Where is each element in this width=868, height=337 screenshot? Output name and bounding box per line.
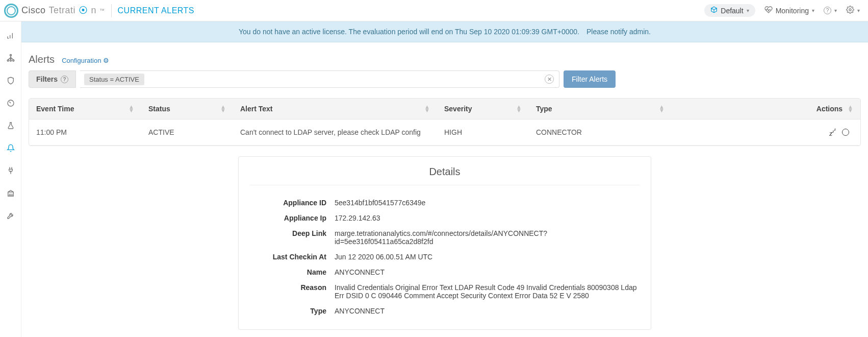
- svg-point-1: [10, 55, 11, 56]
- lbl-last-checkin: Last Checkin At: [250, 253, 326, 261]
- caret-down-icon: ▾: [857, 8, 860, 13]
- details-panel: Details Appliance ID 5ee314bf1bf0541577c…: [238, 156, 651, 330]
- sidenav: [0, 21, 21, 337]
- nav-connectors[interactable]: [6, 165, 16, 176]
- gear-icon: [846, 6, 854, 15]
- swirl-icon: [4, 4, 18, 18]
- sort-icon: ▲▼: [424, 105, 430, 112]
- page-title: CURRENT ALERTS: [118, 6, 194, 15]
- col-type[interactable]: Type▲▼: [529, 99, 672, 119]
- shell: You do not have an active license. The e…: [0, 21, 868, 337]
- col-label: Actions: [816, 105, 843, 113]
- details-list: Appliance ID 5ee314bf1bf0541577c6349e Ap…: [250, 199, 640, 315]
- brand-tm: ™: [99, 8, 105, 13]
- caret-down-icon: ▾: [747, 8, 749, 13]
- col-alert-text[interactable]: Alert Text▲▼: [233, 99, 437, 119]
- monitoring-label: Monitoring: [776, 7, 809, 15]
- heartbeat-icon: [764, 6, 773, 15]
- help-icon[interactable]: ?: [61, 76, 68, 83]
- val-appliance-id: 5ee314bf1bf0541577c6349e: [335, 199, 640, 207]
- license-banner: You do not have an active license. The e…: [21, 21, 868, 42]
- svg-point-2: [7, 60, 9, 61]
- lbl-name: Name: [250, 268, 326, 276]
- nav-inventory[interactable]: [6, 188, 16, 198]
- topbar: CiscoTetrati⦿n™ CURRENT ALERTS Default ▾…: [0, 0, 868, 21]
- nav-alerts[interactable]: [6, 143, 16, 153]
- col-severity[interactable]: Severity▲▼: [437, 99, 529, 119]
- exclude-icon[interactable]: [842, 129, 849, 136]
- sort-icon: ▲▼: [129, 105, 134, 112]
- col-label: Type: [536, 105, 552, 113]
- lbl-appliance-ip: Appliance Ip: [250, 214, 326, 222]
- val-reason: Invalid Credentials Original Error Text …: [335, 283, 640, 300]
- nav-dashboard[interactable]: [6, 31, 16, 41]
- val-appliance-ip: 172.29.142.63: [335, 214, 640, 222]
- page-head: Alerts Configuration ⚙: [21, 42, 868, 70]
- brand-dot-icon: ⦿: [79, 5, 88, 16]
- val-name: ANYCONNECT: [335, 268, 640, 276]
- sort-icon: ▲▼: [220, 105, 226, 112]
- settings-menu[interactable]: ▾: [846, 6, 860, 15]
- cell-severity: HIGH: [437, 121, 529, 143]
- nav-performance[interactable]: [6, 98, 16, 108]
- caret-down-icon: ▾: [812, 8, 814, 13]
- val-last-checkin: Jun 12 2020 06.00.51 AM UTC: [335, 253, 640, 261]
- table-row[interactable]: 11:00 PM ACTIVE Can't connect to LDAP se…: [29, 119, 860, 146]
- filters-row: Filters ? Status = ACTIVE ✕ Filter Alert…: [21, 70, 868, 93]
- sort-icon: ▲▼: [848, 105, 853, 112]
- topbar-left: CiscoTetrati⦿n™ CURRENT ALERTS: [4, 4, 194, 18]
- nav-topology[interactable]: [6, 53, 16, 63]
- filter-chip-status[interactable]: Status = ACTIVE: [84, 74, 144, 85]
- lbl-reason: Reason: [250, 283, 326, 300]
- nav-lab[interactable]: [6, 121, 16, 131]
- license-notify: Please notify admin.: [586, 28, 651, 36]
- cell-alert-text: Can't connect to LDAP server, please che…: [233, 121, 437, 143]
- scope-label: Default: [721, 7, 743, 15]
- help-menu[interactable]: ? ▾: [824, 7, 837, 14]
- val-deep-link: marge.tetrationanalytics.com/#/connector…: [335, 229, 640, 246]
- table-header: Event Time▲▼ Status▲▼ Alert Text▲▼ Sever…: [29, 99, 860, 119]
- filter-alerts-button[interactable]: Filter Alerts: [564, 70, 616, 88]
- topbar-right: Default ▾ Monitoring ▾ ? ▾ ▾: [704, 4, 860, 17]
- license-text: You do not have an active license. The e…: [239, 28, 579, 36]
- configuration-link[interactable]: Configuration ⚙: [62, 57, 109, 64]
- brand-text-3: n: [91, 5, 97, 16]
- separator: [111, 4, 112, 17]
- filters-text: Filters: [36, 75, 58, 83]
- snooze-icon[interactable]: zzz: [829, 127, 836, 138]
- col-label: Severity: [444, 105, 472, 113]
- col-status[interactable]: Status▲▼: [141, 99, 233, 119]
- col-label: Alert Text: [240, 105, 273, 113]
- filters-input[interactable]: Status = ACTIVE ✕: [80, 70, 559, 88]
- gear-small-icon: ⚙: [103, 57, 109, 64]
- svg-point-3: [10, 60, 11, 61]
- cube-icon: [710, 6, 718, 15]
- configuration-label: Configuration: [62, 57, 101, 64]
- val-type: ANYCONNECT: [335, 307, 640, 315]
- monitoring-menu[interactable]: Monitoring ▾: [764, 6, 814, 15]
- scope-selector[interactable]: Default ▾: [704, 4, 755, 17]
- col-actions: Actions▲▼: [672, 99, 860, 119]
- alerts-table: Event Time▲▼ Status▲▼ Alert Text▲▼ Sever…: [29, 98, 861, 146]
- lbl-type: Type: [250, 307, 326, 315]
- col-label: Event Time: [36, 105, 74, 113]
- sort-icon: ▲▼: [659, 105, 665, 112]
- filters-label: Filters ?: [29, 70, 76, 88]
- svg-point-4: [12, 60, 14, 61]
- lbl-deep-link: Deep Link: [250, 229, 326, 246]
- brand-logo[interactable]: CiscoTetrati⦿n™: [4, 4, 105, 18]
- brand-text-2: Tetrati: [49, 5, 76, 16]
- sort-icon: ▲▼: [516, 105, 522, 112]
- details-title: Details: [250, 166, 640, 185]
- svg-point-0: [849, 9, 851, 11]
- col-event-time[interactable]: Event Time▲▼: [29, 99, 141, 119]
- col-label: Status: [148, 105, 170, 113]
- nav-maintenance[interactable]: [6, 210, 16, 221]
- help-icon: ?: [824, 7, 831, 14]
- nav-security[interactable]: [6, 76, 16, 86]
- caret-down-icon: ▾: [834, 8, 837, 13]
- brand-text-1: Cisco: [21, 5, 46, 16]
- cell-event-time: 11:00 PM: [29, 121, 141, 143]
- cell-status: ACTIVE: [141, 121, 233, 143]
- clear-filter-icon[interactable]: ✕: [545, 75, 554, 84]
